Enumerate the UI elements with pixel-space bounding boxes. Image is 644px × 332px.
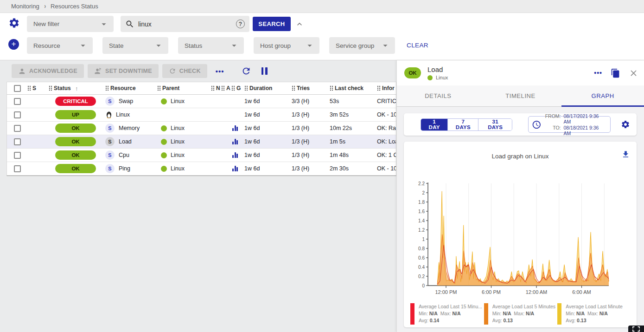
search-button[interactable]: SEARCH <box>253 17 291 31</box>
resource-cell[interactable]: SCpu <box>105 150 157 160</box>
breadcrumb-item-monitoring[interactable]: Monitoring <box>11 3 39 10</box>
resource-cell[interactable]: SPing <box>105 164 157 173</box>
row-checkbox[interactable] <box>14 111 21 118</box>
table-row-swap[interactable]: CRITICAL SSwap Linux 1w 6d 3/3 (H) 53s C… <box>7 95 396 108</box>
row-checkbox[interactable] <box>14 125 21 132</box>
panel-title: Load <box>427 65 594 73</box>
legend-item-1[interactable]: Average Load Last 5 Minutes Min: N/A Max… <box>484 303 558 325</box>
parent-cell[interactable]: Linux <box>157 98 211 104</box>
set-downtime-button[interactable]: SET DOWNTIME <box>88 64 159 78</box>
parent-up-dot <box>161 125 167 131</box>
tries-cell: 1/3 (H) <box>292 125 330 131</box>
breadcrumb-separator-icon: › <box>44 2 45 10</box>
information-cell: OK: Ra <box>377 125 396 131</box>
criteria-selects: Resource State Status Host group Service… <box>27 37 395 54</box>
saved-filter-select[interactable]: New filter <box>27 16 114 32</box>
col-header-parent[interactable]: Parent <box>157 85 211 91</box>
criteria-select-state[interactable]: State <box>102 37 168 54</box>
acknowledge-button[interactable]: ACKNOWLEDGE <box>12 64 84 78</box>
resource-name: Memory <box>119 125 140 131</box>
information-cell: OK - 10 <box>377 111 396 118</box>
parent-cell[interactable]: Linux <box>157 165 211 172</box>
from-to-picker[interactable]: FROM: 08/17/2021 9:36 AM TO: 08/18/2021 … <box>528 116 611 133</box>
information-cell: OK - 10 <box>377 165 396 172</box>
legend-item-0[interactable]: Average Load Last 15 Minu... Min: N/A Ma… <box>410 303 484 325</box>
fullscreen-icon[interactable] <box>628 325 644 332</box>
range-button-7-days[interactable]: 7 DAYS <box>447 119 478 130</box>
resource-cell[interactable]: SLoad <box>105 137 157 146</box>
graph-available-icon[interactable] <box>232 139 238 144</box>
from-label: FROM: <box>545 113 561 124</box>
graph-available-icon[interactable] <box>232 125 238 131</box>
table-row-cpu[interactable]: OK SCpu Linux 1w 6d 1/3 (H) 1m 48s OK: 1… <box>7 149 396 162</box>
legend-item-2[interactable]: Average Load Last Minute Min: N/A Max: N… <box>557 303 631 325</box>
resource-name: Ping <box>119 165 130 172</box>
chart-legend: Average Load Last 15 Minu... Min: N/A Ma… <box>410 303 631 325</box>
range-button-31-days[interactable]: 31 DAYS <box>478 119 512 130</box>
criteria-select-service-group[interactable]: Service group <box>329 37 395 54</box>
resources-listing-area: ACKNOWLEDGE SET DOWNTIME CHECK ••• S Sta… <box>0 60 396 332</box>
col-header-resource[interactable]: Resource <box>105 85 157 91</box>
breadcrumb-item-resources-status[interactable]: Resources Status <box>51 3 98 10</box>
parent-up-dot <box>161 98 167 104</box>
last-check-cell: 3m 52s <box>330 111 377 118</box>
drag-dots-icon <box>377 85 381 91</box>
col-header-tries[interactable]: Tries <box>292 85 330 91</box>
clear-filters-button[interactable]: CLEAR <box>407 42 428 49</box>
col-header-duration[interactable]: Duration <box>244 85 292 91</box>
col-header-severity[interactable]: S <box>27 85 49 91</box>
row-checkbox[interactable] <box>14 165 21 172</box>
tab-timeline[interactable]: TIMELINE <box>479 85 562 106</box>
table-row-load[interactable]: OK SLoad Linux 1w 6d 1/3 (H) 1m 5s OK: L… <box>7 135 396 149</box>
status-badge: OK <box>55 124 96 133</box>
graph-available-icon[interactable] <box>232 166 238 171</box>
collapse-filters-chevron-up-icon[interactable] <box>295 20 304 29</box>
tab-details[interactable]: DETAILS <box>397 85 479 106</box>
table-row-linux[interactable]: UP Linux 1w 6d 1/3 (H) 3m 52s OK - 10 <box>7 108 396 122</box>
parent-cell[interactable]: Linux <box>157 152 211 158</box>
to-value: 08/18/2021 9:36 AM <box>564 125 606 136</box>
col-header-n[interactable]: N <box>211 85 221 91</box>
drag-dots-icon <box>292 85 295 91</box>
resource-cell[interactable]: Linux <box>105 111 157 118</box>
select-all-checkbox[interactable] <box>14 85 21 92</box>
chevron-down-icon <box>229 40 239 51</box>
penguin-host-icon <box>105 111 113 118</box>
pause-icon[interactable] <box>261 67 268 75</box>
panel-more-button[interactable]: ••• <box>594 69 602 77</box>
resource-cell[interactable]: SSwap <box>105 97 157 106</box>
graph-available-icon[interactable] <box>232 152 238 158</box>
search-help-icon[interactable]: ? <box>236 20 245 28</box>
criteria-select-host-group[interactable]: Host group <box>254 37 319 54</box>
row-checkbox[interactable] <box>14 152 21 159</box>
resource-cell[interactable]: SMemory <box>105 124 157 133</box>
range-button-1-day[interactable]: 1 DAY <box>421 119 447 130</box>
col-header-status[interactable]: Status ↑ <box>49 85 105 92</box>
row-checkbox[interactable] <box>14 138 21 145</box>
check-button[interactable]: CHECK <box>162 64 207 78</box>
load-chart[interactable]: 00.20.40.60.811.21.41.61.822.212:00 PM6:… <box>407 180 634 299</box>
tab-graph[interactable]: GRAPH <box>561 85 644 106</box>
col-header-g[interactable]: G <box>231 85 244 91</box>
more-actions-button[interactable]: ••• <box>211 67 229 75</box>
criteria-select-resource[interactable]: Resource <box>27 37 93 54</box>
table-row-memory[interactable]: OK SMemory Linux 1w 6d 1/3 (H) 10m 22s O… <box>7 122 396 135</box>
parent-cell[interactable]: Linux <box>157 125 211 131</box>
col-header-last-check[interactable]: Last check <box>330 85 377 91</box>
criteria-select-status[interactable]: Status <box>178 37 244 54</box>
filter-settings-gear-icon[interactable] <box>8 17 20 29</box>
from-value: 08/17/2021 9:36 AM <box>564 113 606 124</box>
svg-text:0.8: 0.8 <box>418 246 425 251</box>
search-input[interactable] <box>138 20 232 28</box>
add-criteria-button[interactable]: + <box>8 39 19 50</box>
col-header-a[interactable]: A <box>221 85 231 91</box>
col-header-information[interactable]: Infor <box>377 85 396 91</box>
close-panel-icon[interactable] <box>629 68 638 78</box>
row-checkbox[interactable] <box>14 98 21 105</box>
copy-link-icon[interactable] <box>611 68 620 78</box>
parent-cell[interactable]: Linux <box>157 138 211 145</box>
graph-settings-gear-icon[interactable] <box>621 120 630 129</box>
table-row-ping[interactable]: OK SPing Linux 1w 6d 1/3 (H) 2m 30s OK -… <box>7 162 396 176</box>
refresh-icon[interactable] <box>241 66 251 76</box>
export-download-icon[interactable] <box>621 150 630 159</box>
